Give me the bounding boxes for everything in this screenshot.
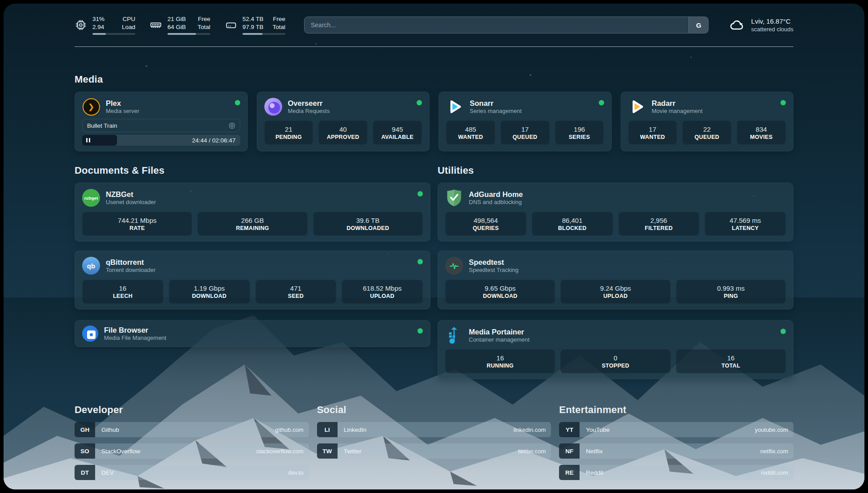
sonarr-icon [446,98,464,116]
memory-stat: 21 GiBFree 64 GiBTotal [150,15,210,35]
stat-value: 0 [613,354,617,362]
stat-tile: 9.24 GbpsUPLOAD [560,280,670,304]
stat-tile: 9.65 GbpsDOWNLOAD [445,280,555,304]
bookmark-netflix[interactable]: NF Netflix netflix.com [559,443,793,459]
stat-tile: 47.569 msLATENCY [705,212,786,236]
section-developer: Developer GH Github github.com SO StackO… [75,404,309,480]
bookmark-linkedin[interactable]: LI LinkedIn linkedin.com [317,422,551,437]
filebrowser-card[interactable]: File Browser Media File Management [75,320,430,347]
disk-icon [225,19,237,31]
search-engine-button[interactable]: G [689,17,708,33]
pause-icon[interactable] [86,138,90,142]
memory-free-label: Free [198,15,210,23]
playback-time: 24:44 / 02:06:47 [192,135,236,146]
adguard-title: AdGuard Home [469,190,523,199]
qbittorrent-card[interactable]: qb qBittorrent Torrent downloader 16LEEC… [75,251,430,309]
stat-tile: 744.21 MbpsRATE [82,212,192,236]
utilities-section-title: Utilities [438,165,793,176]
status-indicator [417,328,423,334]
developer-section-title: Developer [75,404,309,416]
section-entertainment: Entertainment YT YouTube youtube.com NF … [559,404,793,480]
bookmark-github[interactable]: GH Github github.com [75,422,309,437]
status-indicator [417,191,423,196]
speedtest-card[interactable]: Speedtest Speedtest Tracking 9.65 GbpsDO… [438,251,793,309]
stat-tile: 196SERIES [555,121,604,145]
stat-label: WANTED [640,134,665,140]
stat-value: 498,564 [474,217,498,224]
search-input[interactable] [305,17,689,33]
stat-label: WANTED [458,134,483,140]
stat-tile: 16RUNNING [445,349,555,373]
bookmark-dev[interactable]: DT DEV dev.to [75,465,309,480]
filebrowser-description: Media File Management [104,334,166,342]
bookmark-twitter[interactable]: TW Twitter twitter.com [317,443,551,459]
stat-label: LEECH [113,293,133,299]
stat-tile: 21PENDING [264,121,313,145]
portainer-card[interactable]: Media Portainer Container management 16R… [438,320,793,379]
stat-tile: 945AVAILABLE [373,121,422,145]
stat-label: QUEUED [513,134,537,140]
bookmark-domain: netflix.com [760,448,788,455]
stat-label: QUERIES [473,225,499,231]
overseerr-card[interactable]: Overseerr Media Requests 21PENDING 40APP… [257,92,430,151]
bookmark-abbr: YT [559,422,580,437]
disk-stat: 52.4 TBFree 97.9 TBTotal [225,15,285,35]
stat-label: UPLOAD [603,293,628,299]
bookmark-abbr: RE [559,465,580,480]
sonarr-card[interactable]: Sonarr Series management 485WANTED 17QUE… [438,92,612,151]
portainer-title: Media Portainer [469,327,530,337]
stat-value: 0.993 ms [717,284,745,292]
stat-tile: 22QUEUED [682,121,731,145]
now-playing-row: Bullet Train [82,119,240,132]
bookmark-abbr: TW [317,443,338,459]
cpu-usage-value: 31% [92,15,104,23]
stat-label: REMAINING [236,225,269,231]
bookmark-youtube[interactable]: YT YouTube youtube.com [559,422,793,437]
stat-value: 485 [465,125,476,133]
adguard-icon [445,189,463,207]
status-indicator [780,329,786,334]
qbittorrent-title: qBittorrent [106,258,155,267]
stat-value: 21 [285,125,292,133]
stat-tile: 0STOPPED [560,349,670,373]
stat-label: TOTAL [722,363,740,369]
stat-tile: 17QUEUED [501,121,550,145]
radarr-card[interactable]: Radarr Movie management 17WANTED 22QUEUE… [621,92,794,151]
bookmark-abbr: LI [317,422,338,437]
disk-free-label: Free [273,15,285,23]
memory-progress-track [167,33,210,35]
adguard-card[interactable]: AdGuard Home DNS and adblocking 498,564Q… [438,183,793,242]
top-bar: 31%CPU 2.94Load 21 GiBFree 64 Gi [75,4,793,35]
plex-card[interactable]: ❯ Plex Media server Bullet Train [75,92,248,151]
playback-progress-bar[interactable]: 24:44 / 02:06:47 [82,135,240,146]
bookmark-stackoverflow[interactable]: SO StackOverflow stackoverflow.com [75,443,309,459]
stat-tile: 618.52 MbpsUPLOAD [342,280,423,304]
cpu-label: CPU [122,15,135,23]
entertainment-section-title: Entertainment [559,404,793,416]
stat-tile: 39.6 TBDOWNLOADED [313,212,423,236]
stat-label: FILTERED [645,225,673,231]
bookmark-name: Twitter [344,448,362,455]
bookmark-name: Github [101,426,119,433]
bookmark-reddit[interactable]: RE Reddit reddit.com [559,465,793,480]
cloud-icon [729,17,745,33]
nzbget-card[interactable]: nzbget NZBGet Usenet downloader 744.21 M… [75,183,430,242]
overseerr-icon [264,98,282,116]
section-documents: Documents & Files nzbget NZBGet Usenet d… [75,165,430,379]
bookmark-abbr: GH [75,422,95,437]
weather-location-temp: Lviv, 16.87°C [751,17,793,25]
stat-label: RUNNING [487,363,513,369]
stat-label: UPLOAD [370,293,395,299]
documents-section-title: Documents & Files [75,165,430,176]
status-indicator [780,100,786,105]
overseerr-title: Overseerr [288,99,330,108]
stat-value: 47.569 ms [730,217,761,224]
session-settings-icon[interactable] [229,122,235,129]
stat-tile: 0.993 msPING [676,280,786,304]
bookmark-name: YouTube [586,426,609,433]
nzbget-title: NZBGet [106,190,156,199]
stat-label: LATENCY [732,225,759,231]
disk-total-label: Total [272,23,285,31]
stat-label: QUEUED [695,134,719,140]
stat-label: APPROVED [327,134,359,140]
